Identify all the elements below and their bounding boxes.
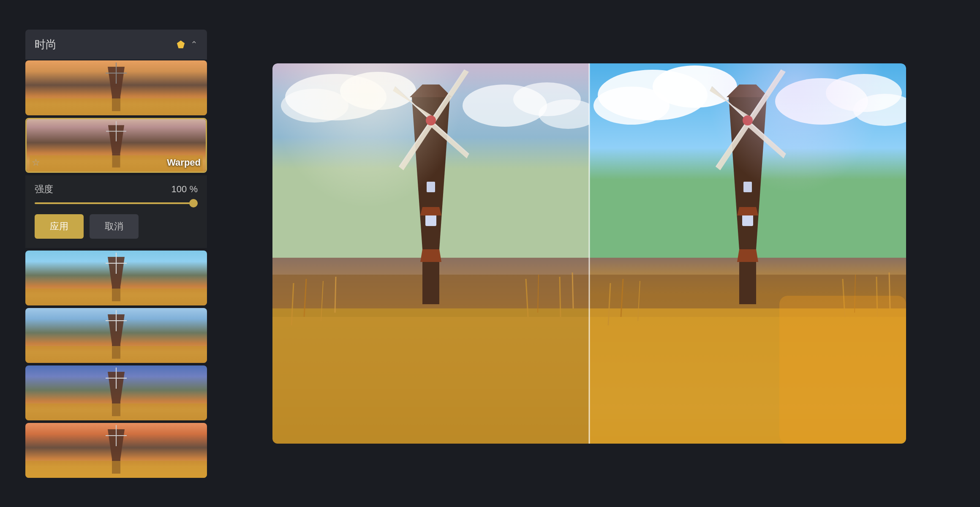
action-buttons: 应用 取消	[35, 214, 198, 239]
svg-rect-42	[25, 461, 207, 478]
svg-rect-28	[25, 346, 207, 363]
filter-item-2[interactable]: ☆ Warped	[25, 118, 207, 173]
svg-rect-115	[589, 63, 906, 444]
slider-track	[35, 202, 198, 204]
sidebar: 时尚 ⌃	[25, 30, 207, 478]
filter-category-header[interactable]: 时尚 ⌃	[25, 30, 207, 60]
filter-item-5[interactable]	[25, 365, 207, 420]
svg-rect-35	[25, 403, 207, 420]
filter-item-1[interactable]	[25, 60, 207, 115]
apply-button[interactable]: 应用	[35, 214, 84, 239]
svg-rect-21	[25, 289, 207, 305]
svg-marker-0	[177, 41, 185, 48]
filter-name-label: Warped	[167, 157, 201, 168]
strength-value: 100 %	[172, 184, 198, 195]
svg-rect-7	[25, 98, 207, 115]
filter-item-4[interactable]	[25, 308, 207, 363]
strength-slider[interactable]	[35, 202, 198, 205]
main-layout: 时尚 ⌃	[0, 0, 980, 507]
image-compare-wrapper	[272, 63, 906, 444]
cancel-button[interactable]: 取消	[90, 214, 139, 239]
filter-item-3[interactable]	[25, 251, 207, 305]
canvas-area	[224, 63, 955, 444]
slider-thumb[interactable]	[189, 199, 198, 207]
header-icons: ⌃	[176, 39, 198, 49]
category-title: 时尚	[35, 37, 57, 52]
main-canvas	[272, 63, 906, 444]
svg-rect-80	[272, 63, 589, 444]
favorite-star-icon[interactable]: ☆	[32, 157, 40, 168]
filter-item-6[interactable]	[25, 423, 207, 478]
chevron-up-icon[interactable]: ⌃	[191, 39, 198, 49]
filter-controls: 强度 100 % 应用 取消	[25, 175, 207, 248]
diamond-icon	[176, 40, 185, 49]
strength-label: 强度	[35, 183, 53, 196]
filter-list: ☆ Warped 强度 100 % 应用 取消	[25, 60, 207, 478]
